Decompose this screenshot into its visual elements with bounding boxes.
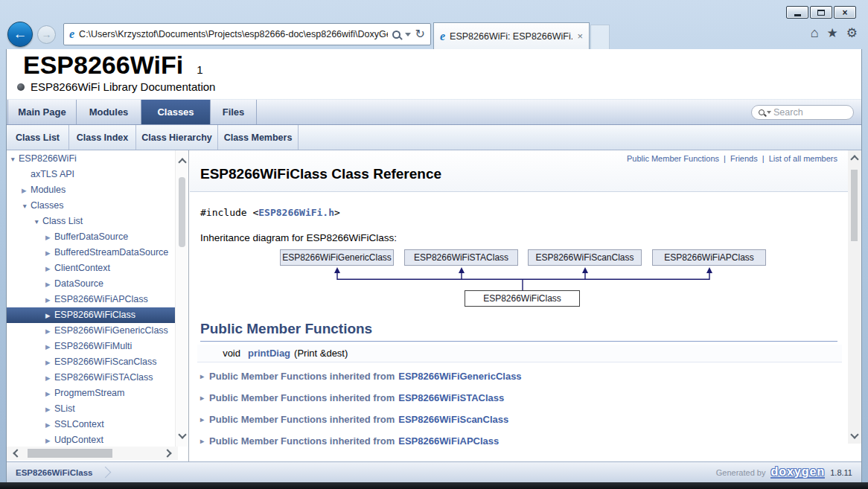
sidebar-item-bufferdatasource[interactable]: BufferDataSource [7,229,175,245]
favorites-star-icon[interactable]: ★ [827,27,838,39]
include-file-link[interactable]: ESP8266WiFi.h [258,207,334,218]
sidebar-item-bufferedstreamdatasource[interactable]: BufferedStreamDataSource [7,245,175,261]
tab-favicon: e [440,31,445,42]
forward-button[interactable]: → [37,25,56,44]
scrollbar-thumb[interactable] [851,170,858,241]
tree-expander-icon[interactable] [45,246,54,261]
sidebar-item-clientcontext[interactable]: ClientContext [7,261,175,276]
new-tab-button[interactable] [590,25,610,49]
doxygen-logo[interactable]: doxygen [770,466,825,479]
tab-class-hierarchy[interactable]: Class Hierarchy [136,125,218,150]
tree-expander-icon[interactable] [45,293,54,308]
tab-classes[interactable]: Classes [141,100,211,124]
scroll-down-icon[interactable] [850,430,858,438]
inherited-class-link[interactable]: ESP8266WiFiGenericClass [398,371,521,382]
diagram-node-scanclass[interactable]: ESP8266WiFiScanClass [528,249,642,266]
tree-expander-icon[interactable] [45,277,54,293]
sidebar-item-axtls-api[interactable]: axTLS API [7,167,175,182]
diagram-node-apclass[interactable]: ESP8266WiFiAPClass [652,249,766,266]
tree-expander-icon[interactable] [45,371,54,386]
scroll-left-icon[interactable] [13,449,21,457]
sidebar-item-esp8266wifimulti[interactable]: ESP8266WiFiMulti [7,339,175,354]
tree-expander-icon[interactable] [10,152,19,167]
tree-expander-icon[interactable] [22,199,31,214]
tree-expander-icon[interactable] [45,230,54,246]
inherited-class-link[interactable]: ESP8266WiFiSTAClass [398,392,504,403]
sidebar-item-progmemstream[interactable]: ProgmemStream [7,386,175,401]
tree-expander-icon[interactable] [22,183,31,199]
scroll-right-icon[interactable] [163,449,171,457]
inherited-section-scanclass[interactable]: ▸ Public Member Functions inherited from… [197,409,842,430]
tab-files[interactable]: Files [211,100,257,124]
inherited-section-genericclass[interactable]: ▸ Public Member Functions inherited from… [197,365,842,387]
inherited-section-apclass[interactable]: ▸ Public Member Functions inherited from… [197,430,842,452]
tab-class-list[interactable]: Class List [7,125,69,150]
sidebar-item-datasource[interactable]: DataSource [7,276,175,292]
tree-expander-icon[interactable] [45,355,54,371]
inherited-section-staclass[interactable]: ▸ Public Member Functions inherited from… [197,387,842,409]
close-button[interactable]: × [834,6,856,19]
scroll-up-icon[interactable] [178,158,186,166]
sidebar-vertical-scrollbar[interactable] [175,150,188,447]
address-bar[interactable]: e ↻ [63,23,431,45]
url-input[interactable] [79,29,387,39]
content-vertical-scrollbar[interactable] [848,150,861,444]
sidebar-item-slist[interactable]: SList [7,401,175,417]
sidebar-item-esp8266wifigenericclass[interactable]: ESP8266WiFiGenericClass [7,323,175,339]
sidebar-item-esp8266wifi[interactable]: ESP8266WiFi [7,151,175,167]
tree-expander-icon[interactable] [45,339,54,355]
expand-arrow-icon: ▸ [200,372,204,380]
tree-expander-icon[interactable] [45,402,54,418]
sidebar-item-esp8266wificlass[interactable]: ESP8266WiFiClass [7,307,175,323]
sidebar-item-esp8266wifistaclass[interactable]: ESP8266WiFiSTAClass [7,370,175,386]
refresh-icon[interactable]: ↻ [415,28,425,40]
inherited-class-link[interactable]: ESP8266WiFiScanClass [398,414,508,425]
home-icon[interactable]: ⌂ [811,26,819,39]
diagram-node-staclass[interactable]: ESP8266WiFiSTAClass [404,249,518,266]
tab-class-index[interactable]: Class Index [69,125,136,150]
scrollbar-thumb[interactable] [179,177,185,247]
sidebar-horizontal-scrollbar[interactable] [7,447,178,460]
tab-close-icon[interactable]: × [577,31,583,42]
browser-tab[interactable]: e ESP8266WiFi: ESP8266WiFi... × [433,22,590,49]
tree-expander-icon[interactable] [45,308,54,324]
sidebar-item-sslcontext[interactable]: SSLContext [7,417,175,432]
tree-expander-icon[interactable] [33,214,42,230]
scroll-down-icon[interactable] [178,430,186,438]
scrollbar-thumb[interactable] [28,449,112,458]
sidebar-item-modules[interactable]: Modules [7,182,175,198]
sidebar-item-classes[interactable]: Classes [7,198,175,214]
tab-main-page[interactable]: Main Page [7,100,77,124]
link-public-member-functions[interactable]: Public Member Functions [627,154,719,163]
tree-expander-icon[interactable] [45,324,54,339]
minimize-button[interactable] [786,6,808,19]
inherited-class-link[interactable]: ESP8266WiFiAPClass [398,435,499,447]
sidebar-item-esp8266wifiapclass[interactable]: ESP8266WiFiAPClass [7,292,175,307]
link-friends[interactable]: Friends [730,154,758,163]
tab-class-members[interactable]: Class Members [218,125,299,150]
section-heading-public-member-functions: Public Member Functions [200,321,837,342]
member-name-link[interactable]: printDiag [248,348,290,359]
sidebar-item-esp8266wifiscanclass[interactable]: ESP8266WiFiScanClass [7,354,175,370]
sidebar-divider[interactable] [188,150,189,461]
member-row: void printDiag (Print &dest) [197,345,842,362]
chevron-down-icon[interactable] [405,33,411,36]
search-icon[interactable] [392,31,401,39]
gear-icon[interactable]: ⚙ [846,27,858,39]
link-list-of-all-members[interactable]: List of all members [769,154,837,163]
tab-modules[interactable]: Modules [77,100,141,124]
breadcrumb[interactable]: ESP8266WiFiClass [16,468,92,477]
maximize-button[interactable] [810,6,832,19]
sidebar-item-udpcontext[interactable]: UdpContext [7,432,175,448]
doc-search-box[interactable] [751,105,854,120]
tree-expander-icon[interactable] [45,418,54,433]
back-button[interactable]: ← [7,22,33,47]
tree-expander-icon[interactable] [45,261,54,277]
chevron-down-icon[interactable] [767,111,771,114]
diagram-node-genericclass[interactable]: ESP8266WiFiGenericClass [280,249,394,266]
include-prefix: #include < [200,207,258,218]
scroll-up-icon[interactable] [850,155,858,163]
sidebar-item-class-list[interactable]: Class List [7,214,175,229]
tree-expander-icon[interactable] [45,386,54,402]
doc-search-input[interactable] [773,107,846,118]
